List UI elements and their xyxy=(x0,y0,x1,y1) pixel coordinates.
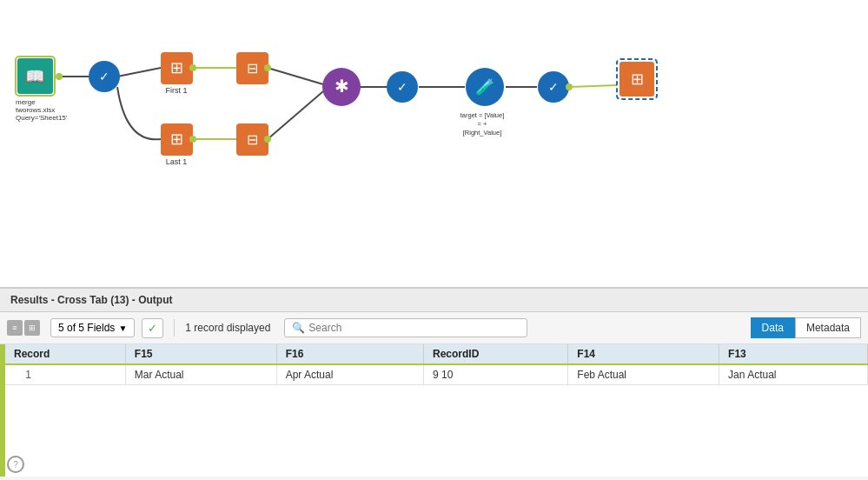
fields-count-label: 5 of 5 Fields xyxy=(58,322,115,334)
checkmark-icon: ✓ xyxy=(148,322,157,335)
view-tab-group: Data Metadata xyxy=(751,317,861,338)
workflow-canvas: 📖 merge tworows.xlsx Query='Sheet15' ✓ ⊞… xyxy=(0,0,868,287)
col-record: Record xyxy=(5,344,125,364)
search-icon: 🔍 xyxy=(292,322,305,334)
table-header-row: Record F15 F16 RecordID F14 F13 xyxy=(5,344,868,364)
table-cell: Mar Actual xyxy=(125,364,276,385)
svg-point-47 xyxy=(264,136,271,143)
table-cell: Apr Actual xyxy=(276,364,423,385)
data-table: Record F15 F16 RecordID F14 F13 1Mar Act… xyxy=(5,344,868,385)
results-panel: Results - Cross Tab (13) - Output ≡ ⊞ 5 … xyxy=(0,287,868,480)
svg-text:tworows.xlsx: tworows.xlsx xyxy=(16,106,55,114)
col-f16: F16 xyxy=(276,344,423,364)
svg-text:merge: merge xyxy=(16,98,36,106)
svg-text:⊞: ⊞ xyxy=(170,59,183,77)
svg-text:✱: ✱ xyxy=(335,77,349,96)
col-recordid: RecordID xyxy=(424,344,568,364)
fields-confirm-button[interactable]: ✓ xyxy=(142,318,163,338)
col-f13: F13 xyxy=(719,344,868,364)
results-toolbar: ≡ ⊞ 5 of 5 Fields ▼ ✓ 1 record displayed… xyxy=(0,312,868,344)
toolbar-grid-icon[interactable]: ⊞ xyxy=(24,320,40,336)
svg-line-3 xyxy=(268,68,323,84)
svg-text:⊞: ⊞ xyxy=(631,70,644,88)
table-wrapper: Record F15 F16 RecordID F14 F13 1Mar Act… xyxy=(5,344,868,477)
col-f15: F15 xyxy=(125,344,276,364)
svg-text:⊟: ⊟ xyxy=(247,61,258,76)
help-button[interactable]: ? xyxy=(7,456,24,473)
table-cell: 9 10 xyxy=(424,364,568,385)
svg-text:⊟: ⊟ xyxy=(247,132,258,147)
table-body: 1Mar ActualApr Actual9 10Feb ActualJan A… xyxy=(5,364,868,385)
record-count-label: 1 record displayed xyxy=(185,322,270,334)
table-row: 1Mar ActualApr Actual9 10Feb ActualJan A… xyxy=(5,364,868,385)
svg-text:[Right_Value]: [Right_Value] xyxy=(463,129,501,137)
col-f14: F14 xyxy=(568,344,719,364)
svg-text:Last 1: Last 1 xyxy=(166,157,188,166)
svg-text:🧪: 🧪 xyxy=(475,77,495,97)
results-title: Results - Cross Tab (13) - Output xyxy=(10,294,172,306)
svg-text:📖: 📖 xyxy=(25,67,45,86)
svg-line-5 xyxy=(268,91,323,139)
tab-data[interactable]: Data xyxy=(751,317,795,338)
toolbar-menu-icon[interactable]: ≡ xyxy=(7,320,23,336)
fields-selector-button[interactable]: 5 of 5 Fields ▼ xyxy=(50,318,135,337)
search-box: 🔍 xyxy=(284,318,527,337)
svg-text:target = [Value]: target = [Value] xyxy=(461,111,505,119)
svg-point-40 xyxy=(566,83,573,90)
results-header: Results - Cross Tab (13) - Output xyxy=(0,289,868,312)
svg-point-25 xyxy=(264,64,271,71)
svg-text:✓: ✓ xyxy=(99,70,109,83)
svg-text:Query='Sheet15': Query='Sheet15' xyxy=(16,114,68,122)
svg-text:✓: ✓ xyxy=(548,80,559,94)
search-input[interactable] xyxy=(308,322,520,334)
svg-text:= +: = + xyxy=(478,120,487,128)
svg-text:✓: ✓ xyxy=(397,80,407,94)
svg-point-46 xyxy=(189,136,196,143)
table-cell: Feb Actual xyxy=(568,364,719,385)
toolbar-divider xyxy=(174,319,175,337)
fields-dropdown-icon: ▼ xyxy=(118,323,127,333)
svg-line-9 xyxy=(569,85,617,87)
table-cell: Jan Actual xyxy=(719,364,868,385)
svg-point-24 xyxy=(189,64,196,71)
tab-metadata[interactable]: Metadata xyxy=(795,317,861,338)
svg-text:First 1: First 1 xyxy=(165,86,187,95)
table-cell: 1 xyxy=(5,364,125,385)
svg-text:⊞: ⊞ xyxy=(170,130,183,148)
svg-point-16 xyxy=(56,73,63,80)
table-area: Record F15 F16 RecordID F14 F13 1Mar Act… xyxy=(0,344,868,477)
svg-line-1 xyxy=(117,68,161,77)
